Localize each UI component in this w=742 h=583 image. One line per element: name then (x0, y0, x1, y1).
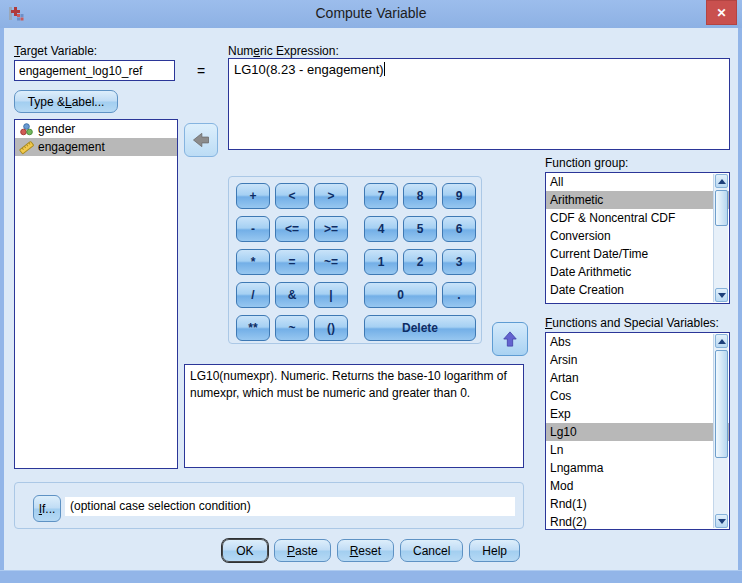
keypad-button[interactable]: ~ (275, 315, 309, 341)
keypad-button[interactable]: ~= (314, 249, 348, 275)
keypad-button[interactable]: 7 (364, 183, 398, 209)
close-button[interactable]: ✕ (706, 0, 737, 25)
scrollbar-up-button[interactable] (715, 174, 728, 188)
window-frame-left (0, 28, 4, 571)
keypad-button[interactable]: 6 (442, 216, 476, 242)
compute-variable-dialog: Compute Variable ✕ Target Variable: = Ty… (0, 0, 742, 583)
target-variable-label: Target Variable: (14, 44, 97, 58)
keypad-button[interactable]: * (236, 249, 270, 275)
numeric-expression-label: Numeric Expression: (228, 44, 339, 58)
scrollbar-down-button[interactable] (715, 288, 728, 302)
list-item[interactable]: All (546, 173, 729, 191)
variable-list[interactable]: genderengagement (14, 119, 178, 469)
keypad-button[interactable]: 3 (442, 249, 476, 275)
scrollbar-thumb[interactable] (715, 190, 728, 226)
dialog-footer: OKPasteResetCancelHelp (0, 539, 742, 562)
list-item[interactable]: Conversion (546, 227, 729, 245)
keypad-button[interactable]: 5 (403, 216, 437, 242)
nominal-icon (19, 122, 34, 137)
keypad-button[interactable]: = (275, 249, 309, 275)
keypad-button[interactable]: <= (275, 216, 309, 242)
list-item[interactable]: Date Creation (546, 281, 729, 299)
numeric-expression-input[interactable]: LG10(8.23 - engagement) (228, 58, 730, 150)
variable-name: engagement (38, 140, 105, 154)
list-item[interactable]: Arithmetic (546, 191, 729, 209)
list-item[interactable]: CDF & Noncentral CDF (546, 209, 729, 227)
list-item[interactable]: Lngamma (546, 459, 729, 477)
variable-name: gender (38, 122, 75, 136)
window-title: Compute Variable (0, 5, 742, 21)
if-condition-display: (optional case selection condition) (65, 497, 515, 516)
list-item[interactable]: Arsin (546, 351, 729, 369)
variable-item-gender[interactable]: gender (15, 120, 177, 138)
keypad-button[interactable]: 9 (442, 183, 476, 209)
keypad-button[interactable]: & (275, 282, 309, 308)
variable-item-engagement[interactable]: engagement (15, 138, 177, 156)
list-item[interactable]: Date Extraction (546, 299, 729, 304)
functions-scrollbar[interactable] (713, 334, 728, 528)
insert-function-button[interactable] (492, 322, 528, 356)
move-variable-button[interactable] (184, 123, 218, 157)
keypad-button[interactable]: - (236, 216, 270, 242)
keypad-button[interactable]: Delete (364, 315, 476, 341)
list-item[interactable]: Exp (546, 405, 729, 423)
list-item[interactable]: Mod (546, 477, 729, 495)
keypad-button[interactable]: 4 (364, 216, 398, 242)
scrollbar-up-button[interactable] (715, 334, 728, 348)
list-item[interactable]: Ln (546, 441, 729, 459)
keypad-button[interactable]: . (442, 282, 476, 308)
scrollbar-down-button[interactable] (715, 514, 728, 528)
type-and-label-button[interactable]: Type & Label... (14, 90, 118, 113)
functions-label: Functions and Special Variables: (545, 316, 719, 330)
list-item[interactable]: Date Arithmetic (546, 263, 729, 281)
list-item[interactable]: Current Date/Time (546, 245, 729, 263)
keypad-button[interactable]: / (236, 282, 270, 308)
keypad-button[interactable]: 2 (403, 249, 437, 275)
keypad-button[interactable]: > (314, 183, 348, 209)
keypad-button[interactable]: 0 (364, 282, 437, 308)
window-frame-bottom (0, 570, 742, 583)
function-group-list[interactable]: AllArithmeticCDF & Noncentral CDFConvers… (545, 172, 730, 304)
scrollbar-thumb[interactable] (715, 350, 728, 458)
keypad-button[interactable]: < (275, 183, 309, 209)
expression-text: LG10(8.23 - engagement) (234, 62, 384, 77)
title-bar[interactable]: Compute Variable ✕ (0, 0, 742, 28)
function-description: LG10(numexpr). Numeric. Returns the base… (184, 364, 524, 468)
equals-sign: = (197, 63, 205, 79)
arrow-up-icon (502, 330, 518, 348)
function-group-scrollbar[interactable] (713, 174, 728, 302)
window-frame-right (738, 28, 742, 571)
cancel-button[interactable]: Cancel (400, 539, 463, 562)
paste-button[interactable]: Paste (274, 539, 331, 562)
list-item[interactable]: Cos (546, 387, 729, 405)
list-item[interactable]: Rnd(1) (546, 495, 729, 513)
text-caret (384, 62, 385, 76)
arrow-left-icon (191, 132, 211, 148)
functions-list[interactable]: AbsArsinArtanCosExpLg10LnLngammaModRnd(1… (545, 332, 730, 530)
keypad-button[interactable]: () (314, 315, 348, 341)
if-button[interactable]: If... (33, 495, 61, 522)
list-item[interactable]: Lg10 (546, 423, 729, 441)
ok-button[interactable]: OK (222, 539, 268, 562)
keypad-button[interactable]: | (314, 282, 348, 308)
reset-button[interactable]: Reset (337, 539, 394, 562)
list-item[interactable]: Artan (546, 369, 729, 387)
keypad-button[interactable]: 1 (364, 249, 398, 275)
list-item[interactable]: Rnd(2) (546, 513, 729, 530)
calculator-keypad: +<>789-<=>=456*=~=123/&|0.**~()Delete (228, 176, 482, 344)
keypad-button[interactable]: + (236, 183, 270, 209)
if-condition-panel: If... (optional case selection condition… (14, 482, 524, 529)
keypad-button[interactable]: ** (236, 315, 270, 341)
help-button[interactable]: Help (469, 539, 520, 562)
target-variable-input[interactable] (14, 60, 175, 81)
keypad-button[interactable]: 8 (403, 183, 437, 209)
scale-ruler-icon (19, 140, 34, 155)
list-item[interactable]: Abs (546, 333, 729, 351)
function-group-label: Function group: (545, 156, 628, 170)
keypad-button[interactable]: >= (314, 216, 348, 242)
